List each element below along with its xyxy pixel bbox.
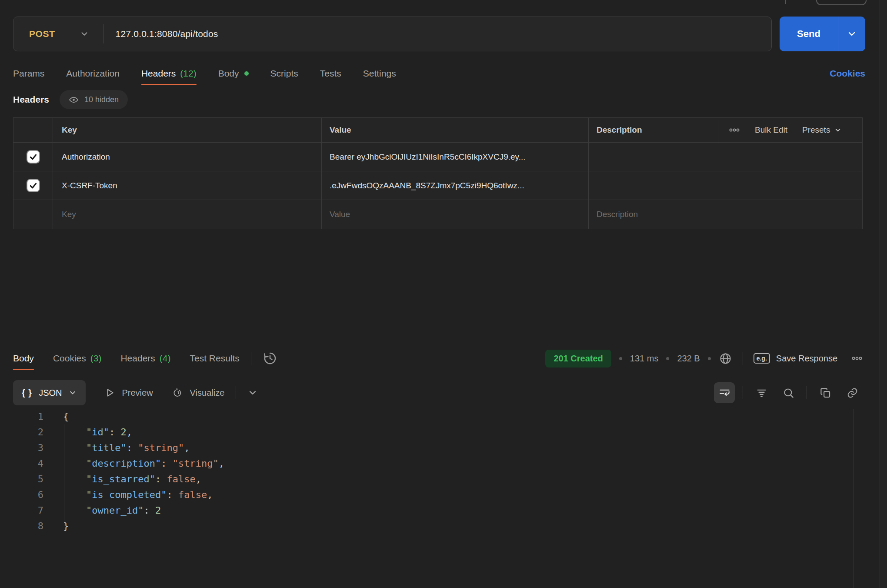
description-input-placeholder[interactable]: Description xyxy=(589,200,862,229)
headers-section-title: Headers xyxy=(13,94,49,105)
divider xyxy=(743,386,743,399)
partial-button-top xyxy=(816,0,867,5)
link-icon[interactable] xyxy=(842,382,863,403)
copy-icon[interactable] xyxy=(815,382,836,403)
header-row-csrf: X-CSRF-Token .eJwFwdsOQzAAANB_8S7ZJmx7pC… xyxy=(13,171,862,200)
indent-guide xyxy=(64,424,64,526)
key-input-placeholder[interactable]: Key xyxy=(53,200,322,229)
tab-tests[interactable]: Tests xyxy=(320,61,341,86)
header-key-cell[interactable]: X-CSRF-Token xyxy=(53,171,322,200)
code-line: 6 "is_completed": false, xyxy=(0,487,887,503)
hidden-headers-label: 10 hidden xyxy=(84,95,119,104)
editor-scrollbar-track[interactable] xyxy=(854,409,854,588)
dot-separator xyxy=(666,357,669,360)
checkmark-icon xyxy=(29,152,38,161)
response-header: Body Cookies (3) Headers (4) Test Result… xyxy=(13,346,863,371)
method-selector[interactable]: POST xyxy=(13,29,103,39)
header-key-cell[interactable]: Authorization xyxy=(53,143,322,171)
eye-icon xyxy=(69,95,79,105)
chevron-down-icon xyxy=(68,388,77,397)
code-line: 3 "title": "string", xyxy=(0,440,887,456)
code-line: 2 "id": 2, xyxy=(0,424,887,440)
table-actions: Bulk Edit Presets xyxy=(718,118,862,142)
body-modified-dot xyxy=(244,71,249,76)
request-url-bar: POST 127.0.0.1:8080/api/todos xyxy=(13,17,772,51)
viewer-tools xyxy=(714,382,863,403)
visualize-icon xyxy=(171,387,183,399)
tab-authorization[interactable]: Authorization xyxy=(66,61,120,86)
tab-response-cookies[interactable]: Cookies (3) xyxy=(53,346,102,371)
header-value-cell[interactable]: .eJwFwdsOQzAAANB_8S7ZJmx7pC5zi9HQ6otIwz.… xyxy=(322,171,589,200)
table-header-row: Key Value Description Bulk Edit Presets xyxy=(13,118,862,142)
presets-dropdown[interactable]: Presets xyxy=(802,125,842,135)
header-description-cell[interactable] xyxy=(589,171,862,200)
filter-icon[interactable] xyxy=(751,382,772,403)
url-input[interactable]: 127.0.0.1:8080/api/todos xyxy=(116,29,771,39)
divider xyxy=(236,386,236,399)
tab-test-results[interactable]: Test Results xyxy=(190,346,239,371)
code-line: 4 "description": "string", xyxy=(0,456,887,471)
tab-scripts[interactable]: Scripts xyxy=(270,61,298,86)
globe-icon[interactable] xyxy=(719,352,732,365)
code-line: 1{ xyxy=(0,409,887,424)
save-response-button[interactable]: e.g. Save Response xyxy=(754,353,837,364)
code-line: 8} xyxy=(0,518,887,534)
send-button-label[interactable]: Send xyxy=(780,17,838,51)
editor-scrollbar-edge xyxy=(854,409,880,409)
cookies-link[interactable]: Cookies xyxy=(830,68,865,79)
braces-icon: { } xyxy=(22,388,32,398)
dot-separator xyxy=(708,357,711,360)
tab-settings[interactable]: Settings xyxy=(363,61,396,86)
divider xyxy=(743,352,743,365)
column-header-value: Value xyxy=(322,118,589,142)
cookies-count: (3) xyxy=(90,353,102,364)
headers-count: (12) xyxy=(180,68,196,79)
tab-response-body[interactable]: Body xyxy=(13,346,34,371)
chevron-down-icon xyxy=(847,29,857,39)
bulk-edit-button[interactable]: Bulk Edit xyxy=(755,125,787,135)
tab-body[interactable]: Body xyxy=(218,61,249,86)
code-lines: 1{2 "id": 2,3 "title": "string",4 "descr… xyxy=(0,409,887,534)
divider xyxy=(807,386,807,399)
more-options-icon[interactable] xyxy=(851,353,863,364)
example-icon: e.g. xyxy=(754,353,770,364)
more-options-icon[interactable] xyxy=(729,124,740,136)
chevron-down-icon xyxy=(80,29,89,39)
tab-headers[interactable]: Headers (12) xyxy=(141,61,197,86)
format-options-chevron[interactable] xyxy=(247,388,258,398)
response-tabs: Body Cookies (3) Headers (4) Test Result… xyxy=(13,346,240,371)
response-size: 232 B xyxy=(677,354,700,364)
row-checkbox[interactable] xyxy=(27,151,39,163)
preview-button[interactable]: Preview xyxy=(104,387,153,398)
format-label: JSON xyxy=(39,388,62,398)
column-header-description: Description xyxy=(589,118,718,142)
status-badge: 201 Created xyxy=(545,350,611,368)
search-icon[interactable] xyxy=(778,382,799,403)
checkmark-icon xyxy=(29,181,38,190)
response-body-viewer: 1{2 "id": 2,3 "title": "string",4 "descr… xyxy=(0,409,887,588)
send-options-button[interactable] xyxy=(838,17,865,51)
hidden-headers-toggle[interactable]: 10 hidden xyxy=(60,90,128,109)
tab-params[interactable]: Params xyxy=(13,61,44,86)
header-row-empty: Key Value Description xyxy=(13,200,862,229)
send-button[interactable]: Send xyxy=(780,17,865,51)
chevron-down-icon xyxy=(247,388,258,398)
header-description-cell[interactable] xyxy=(589,143,862,171)
code-line: 5 "is_starred": false, xyxy=(0,471,887,487)
wrap-text-icon[interactable] xyxy=(714,382,735,403)
visualize-button[interactable]: Visualize xyxy=(171,387,225,399)
response-headers-count: (4) xyxy=(160,353,171,364)
headers-table: Key Value Description Bulk Edit Presets … xyxy=(13,117,863,229)
play-icon xyxy=(104,387,115,398)
history-icon[interactable] xyxy=(263,351,277,366)
header-row-authorization: Authorization Bearer eyJhbGciOiJIUzI1NiI… xyxy=(13,142,862,171)
row-checkbox[interactable] xyxy=(27,180,39,191)
method-url-divider xyxy=(103,24,103,43)
tab-response-headers[interactable]: Headers (4) xyxy=(120,346,170,371)
save-response-label: Save Response xyxy=(776,354,837,364)
format-dropdown[interactable]: { } JSON xyxy=(13,380,86,405)
header-value-cell[interactable]: Bearer eyJhbGciOiJIUzI1NiIsInR5cCI6IkpXV… xyxy=(322,143,589,171)
dot-separator xyxy=(619,357,622,360)
partial-divider-top xyxy=(785,0,786,4)
value-input-placeholder[interactable]: Value xyxy=(322,200,589,229)
